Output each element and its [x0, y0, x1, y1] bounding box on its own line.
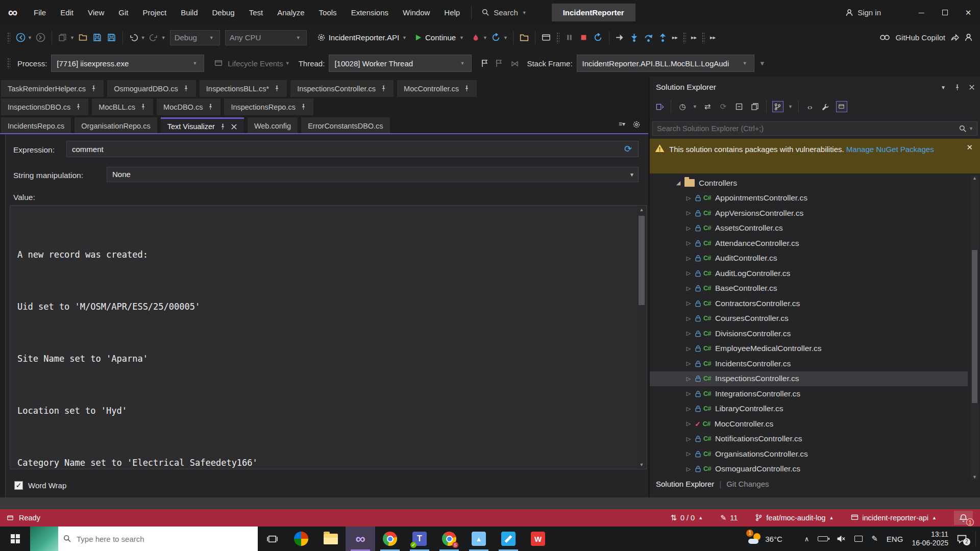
- tree-file-row[interactable]: ▷ C# AppointmentsController.cs: [650, 191, 968, 206]
- solution-explorer-search-input[interactable]: [653, 124, 959, 133]
- collapsed-arrow-icon[interactable]: ▷: [685, 406, 692, 412]
- notifications-bell[interactable]: 1: [954, 511, 973, 525]
- error-counter[interactable]: ⇅ 0 / 0 ▲: [670, 513, 703, 522]
- tree-file-row[interactable]: ▷ C# InspectionsController.cs: [650, 371, 968, 387]
- send-feedback-icon[interactable]: [964, 33, 973, 42]
- github-copilot-icon[interactable]: [879, 33, 890, 42]
- collapsed-arrow-icon[interactable]: ▷: [685, 285, 692, 292]
- scroll-up-icon[interactable]: ▲: [971, 176, 978, 181]
- toolbar-overflow-button[interactable]: ▾: [761, 59, 765, 68]
- language-indicator[interactable]: ENG: [887, 535, 903, 543]
- volume-icon[interactable]: [837, 535, 846, 542]
- window-position-dropdown-icon[interactable]: ▼: [941, 85, 946, 90]
- chevron-down-icon[interactable]: ▼: [693, 104, 697, 109]
- battery-icon[interactable]: [818, 536, 828, 541]
- editor-tab[interactable]: MocController.cs: [397, 80, 477, 97]
- taskbar-app-vscode[interactable]: [494, 527, 523, 551]
- close-icon[interactable]: [969, 84, 975, 90]
- scrollbar-thumb[interactable]: [639, 216, 645, 305]
- toolbar-overflow-button[interactable]: ▸▸: [691, 34, 697, 41]
- startup-project-dropdown[interactable]: IncidentReporter.API: [329, 33, 399, 42]
- tree-file-row[interactable]: ▷ C# AttendanceController.cs: [650, 236, 968, 251]
- expression-input[interactable]: [66, 141, 639, 157]
- menu-item[interactable]: Window: [397, 6, 436, 19]
- flag-icon[interactable]: [479, 57, 491, 69]
- scrollbar-thumb[interactable]: [972, 250, 977, 403]
- output-window-button[interactable]: [540, 32, 552, 44]
- collapsed-arrow-icon[interactable]: ▷: [685, 240, 692, 246]
- navigate-forward-button[interactable]: [35, 32, 47, 44]
- save-all-button[interactable]: [106, 32, 118, 44]
- thread-dropdown[interactable]: [10028] Worker Thread▼: [329, 55, 472, 72]
- process-dropdown[interactable]: [7716] iisexpress.exe▼: [51, 55, 204, 72]
- pending-changes-filter-icon[interactable]: ◷: [677, 101, 688, 112]
- taskbar-app-file-explorer[interactable]: [316, 527, 346, 551]
- collapsed-arrow-icon[interactable]: ▷: [685, 210, 692, 216]
- open-file-button[interactable]: [77, 32, 89, 44]
- taskbar-app-photos[interactable]: ▲: [464, 527, 494, 551]
- pin-icon[interactable]: [75, 104, 82, 110]
- word-wrap-option[interactable]: ✓ Word Wrap: [14, 481, 66, 490]
- tree-file-row[interactable]: ▷ C# OrganisationsController.cs: [650, 446, 968, 462]
- collapsed-arrow-icon[interactable]: ▷: [685, 300, 692, 307]
- taskbar-app-visual-studio[interactable]: ∞: [346, 527, 375, 551]
- editor-tab[interactable]: InspectionsBLL.cs*: [200, 80, 287, 97]
- switch-views-icon[interactable]: [654, 101, 665, 112]
- active-files-dropdown-icon[interactable]: ≡▾: [619, 120, 625, 129]
- tab-git-changes[interactable]: Git Changes: [726, 480, 769, 488]
- current-repository[interactable]: incident-reporter-api ▲: [851, 514, 937, 522]
- sync-with-active-document-icon[interactable]: ⇄: [702, 101, 713, 112]
- menu-item[interactable]: View: [82, 6, 110, 19]
- tree-file-row[interactable]: ▷ C# OsmoguardController.cs: [650, 462, 968, 477]
- manage-nuget-link[interactable]: Manage NuGet Packages: [846, 145, 934, 154]
- taskbar-search-input[interactable]: [77, 535, 230, 543]
- tree-file-row[interactable]: ▷ C# EmployeeMedicalController.cs: [650, 341, 968, 357]
- pin-icon[interactable]: [274, 85, 280, 92]
- tree-file-row[interactable]: ▷ C# AssetsController.cs: [650, 221, 968, 236]
- editor-tab[interactable]: OsmoguardDBO.cs: [107, 80, 196, 97]
- chevron-down-icon[interactable]: ▼: [459, 35, 464, 40]
- wrench-icon[interactable]: [820, 101, 831, 112]
- editor-tab[interactable]: MocDBO.cs: [157, 98, 220, 115]
- tree-file-row[interactable]: ▷ C# LibraryController.cs: [650, 402, 968, 417]
- continue-button[interactable]: [412, 32, 424, 44]
- tab-solution-explorer[interactable]: Solution Explorer: [656, 480, 714, 488]
- chevron-down-icon[interactable]: ▼: [969, 126, 973, 131]
- tree-file-row[interactable]: ▷ C# BaseController.cs: [650, 281, 968, 296]
- action-center-button[interactable]: 2: [957, 534, 967, 544]
- collapsed-arrow-icon[interactable]: ▷: [685, 315, 692, 322]
- pin-icon[interactable]: [380, 85, 387, 92]
- chevron-down-icon[interactable]: ▼: [285, 61, 290, 66]
- menu-item[interactable]: File: [28, 6, 52, 19]
- value-text-area[interactable]: A new record was created: Uid set to 'M/…: [10, 205, 647, 469]
- scroll-down-icon[interactable]: ▼: [971, 474, 978, 480]
- tree-file-row[interactable]: ▷ C# IncidentsController.cs: [650, 356, 968, 371]
- taskbar-app-teams[interactable]: T ✓: [405, 527, 434, 551]
- solution-explorer-search[interactable]: ▼: [652, 121, 977, 136]
- taskbar-app-widgets[interactable]: [286, 527, 316, 551]
- step-into-button[interactable]: [628, 32, 641, 44]
- collapsed-arrow-icon[interactable]: ▷: [685, 330, 692, 337]
- collapsed-arrow-icon[interactable]: ▷: [685, 436, 692, 442]
- pin-icon[interactable]: [90, 85, 97, 92]
- maximize-button[interactable]: [933, 0, 957, 25]
- menu-item[interactable]: Edit: [54, 6, 80, 19]
- show-desktop-divider[interactable]: [975, 531, 976, 546]
- string-manipulation-dropdown[interactable]: None: [107, 167, 639, 182]
- editor-tab[interactable]: InspectionsController.cs: [290, 80, 394, 97]
- task-view-button[interactable]: [258, 527, 286, 551]
- editor-tab[interactable]: ErrorConstantsDBO.cs: [301, 117, 389, 134]
- lifecycle-events-dropdown[interactable]: Lifecycle Events: [228, 59, 283, 68]
- redo-button[interactable]: [148, 32, 160, 44]
- toolbar-grip[interactable]: [702, 32, 705, 43]
- pin-icon[interactable]: [954, 84, 961, 91]
- refresh-icon[interactable]: ⟳: [718, 101, 729, 112]
- tree-file-row[interactable]: ▷ C# NotificationsController.cs: [650, 432, 968, 447]
- menu-item[interactable]: Analyze: [271, 6, 310, 19]
- minimize-button[interactable]: ─: [910, 0, 933, 25]
- close-icon[interactable]: ✕: [966, 143, 973, 152]
- toolbar-overflow-button[interactable]: ▸▸: [672, 34, 678, 41]
- chevron-down-icon[interactable]: ▼: [70, 35, 75, 40]
- value-scrollbar[interactable]: ▲ ▼: [637, 206, 646, 469]
- collapse-all-icon[interactable]: [733, 101, 745, 112]
